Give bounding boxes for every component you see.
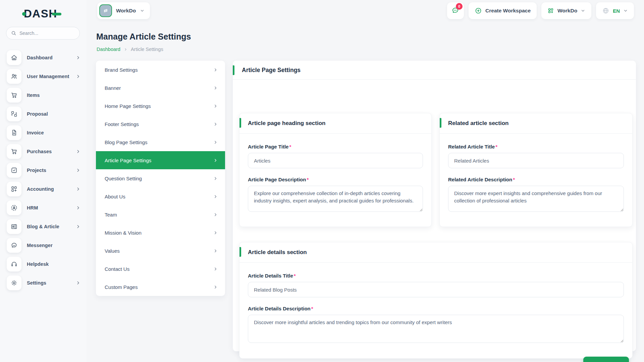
menu-item-brand-settings[interactable]: Brand Settings <box>96 61 225 79</box>
breadcrumb-dashboard-link[interactable]: Dashboard <box>97 47 120 52</box>
logo-dot-icon <box>22 12 26 16</box>
required-asterisk: * <box>495 144 497 149</box>
cart-icon <box>10 92 18 99</box>
globe-icon <box>602 7 609 14</box>
sidebar-item-settings[interactable]: Settings <box>7 276 82 290</box>
chevron-right-icon <box>213 231 218 235</box>
sidebar-item-helpdesk[interactable]: Helpdesk <box>7 257 82 272</box>
nav-icon-tile <box>7 50 21 65</box>
chevron-right-icon <box>213 86 218 90</box>
plus-circle-icon <box>475 7 482 14</box>
menu-item-question-setting[interactable]: Question Setting <box>96 169 225 187</box>
menu-item-article-page-settings[interactable]: Article Page Settings <box>96 151 225 169</box>
sidebar-item-user-management[interactable]: User Management <box>7 69 82 84</box>
chevron-right-icon <box>213 267 218 271</box>
card-body: Article page heading section Article Pag… <box>233 80 636 351</box>
check-square-icon <box>10 167 18 174</box>
menu-item-about-us[interactable]: About Us <box>96 187 225 205</box>
menu-item-banner[interactable]: Banner <box>96 79 225 97</box>
chat-bubble-icon <box>10 242 18 249</box>
chevron-right-icon <box>213 158 218 163</box>
search-icon <box>11 31 16 36</box>
nav-icon-tile <box>7 144 21 159</box>
nav-icon-tile <box>7 107 21 121</box>
sidebar-item-hrm[interactable]: HRM <box>7 200 82 215</box>
sidebar-item-invoice[interactable]: Invoice <box>7 125 82 140</box>
section-title: Related article section <box>440 113 632 134</box>
article-page-title-input[interactable] <box>248 153 423 168</box>
article-page-title-label: Article Page Title* <box>248 144 423 149</box>
article-details-description-label: Article Details Description* <box>248 306 624 311</box>
sidebar-item-accounting[interactable]: Accounting <box>7 182 82 196</box>
nav-icon-tile <box>7 219 21 234</box>
chevron-right-icon <box>76 205 80 210</box>
sidebar-item-projects[interactable]: Projects <box>7 163 82 178</box>
grid-plus-icon <box>10 185 18 193</box>
nav-icon-tile <box>7 257 21 272</box>
section-title: Article details section <box>239 242 632 263</box>
workspace-selector[interactable]: WorkDo <box>97 2 150 19</box>
chevron-right-icon <box>213 213 218 217</box>
document-icon <box>10 129 18 136</box>
article-details-title-input[interactable] <box>248 282 624 297</box>
chevron-right-icon <box>76 224 80 229</box>
menu-item-blog-page-settings[interactable]: Blog Page Settings <box>96 133 225 151</box>
search-input[interactable] <box>19 31 75 36</box>
related-article-description-textarea[interactable]: Discover more expert insights and compre… <box>448 186 624 212</box>
newspaper-icon <box>10 223 18 230</box>
chevron-right-icon <box>76 74 80 79</box>
language-selector[interactable]: EN <box>596 2 634 19</box>
sidebar-item-messenger[interactable]: Messenger <box>7 238 82 253</box>
menu-item-mission-vision[interactable]: Mission & Vision <box>96 224 225 242</box>
nav-icon-tile <box>7 238 21 253</box>
chevron-right-icon <box>76 149 80 154</box>
article-details-description-textarea[interactable]: Discover more insightful articles and tr… <box>248 315 624 343</box>
chevron-down-icon <box>140 8 145 13</box>
chevron-right-icon <box>213 68 218 72</box>
logo-dash-icon <box>52 13 61 15</box>
breadcrumb: Dashboard Article Settings <box>97 47 163 52</box>
home-icon <box>10 54 18 61</box>
sidebar-item-blog-article[interactable]: Blog & Article <box>7 219 82 234</box>
menu-item-home-page-settings[interactable]: Home Page Settings <box>96 97 225 115</box>
menu-item-contact-us[interactable]: Contact Us <box>96 260 225 278</box>
headset-icon <box>10 260 18 268</box>
chevron-right-icon <box>213 194 218 199</box>
nav-icon-tile <box>7 182 21 196</box>
users-icon <box>10 73 18 80</box>
header-actions: 0 Create Workspace WorkDo EN <box>447 2 634 19</box>
chevron-right-icon <box>124 48 127 51</box>
related-article-description-label: Related Article Description* <box>448 177 624 182</box>
menu-item-footer-settings[interactable]: Footer Settings <box>96 115 225 133</box>
sidebar-item-purchases[interactable]: Purchases <box>7 144 82 159</box>
sidebar-item-proposal[interactable]: Proposal <box>7 107 82 121</box>
required-asterisk: * <box>513 177 515 182</box>
workspace-dropdown[interactable]: WorkDo <box>541 2 591 19</box>
chevron-down-icon <box>623 8 628 13</box>
menu-item-values[interactable]: Values <box>96 242 225 260</box>
nav-icon-tile <box>7 69 21 84</box>
sidebar-item-dashboard[interactable]: Dashboard <box>7 50 82 65</box>
breadcrumb-current: Article Settings <box>131 47 163 52</box>
chevron-right-icon <box>76 55 80 60</box>
create-workspace-button[interactable]: Create Workspace <box>469 2 537 19</box>
chevron-right-icon <box>213 176 218 181</box>
save-button[interactable] <box>583 357 629 362</box>
workspace-building-icon <box>99 4 112 17</box>
messages-button[interactable]: 0 <box>447 2 464 19</box>
gear-icon <box>10 279 18 287</box>
dash-logo: DASH <box>22 7 61 20</box>
sidebar-search[interactable] <box>6 27 80 40</box>
sidebar-item-items[interactable]: Items <box>7 88 82 103</box>
chevron-down-icon <box>581 8 585 13</box>
page-title: Manage Article Settings <box>96 32 191 42</box>
related-article-title-input[interactable] <box>448 153 624 168</box>
article-page-description-label: Article Page Description* <box>248 177 423 182</box>
card-title: Article Page Settings <box>233 61 636 80</box>
menu-item-custom-pages[interactable]: Custom Pages <box>96 278 225 296</box>
article-page-description-textarea[interactable]: Explore our comprehensive collection of … <box>248 186 423 212</box>
nav-icon-tile <box>7 200 21 215</box>
cart-icon <box>10 148 18 155</box>
chevron-right-icon <box>213 122 218 126</box>
menu-item-team[interactable]: Team <box>96 205 225 224</box>
